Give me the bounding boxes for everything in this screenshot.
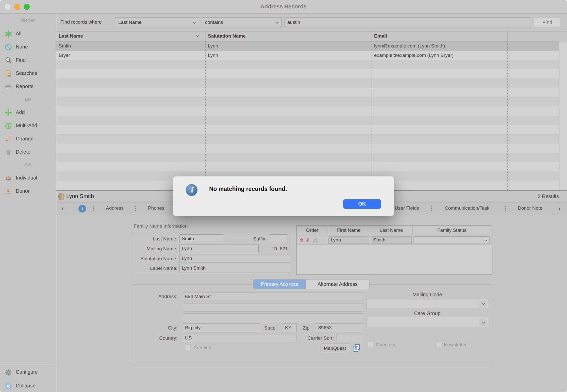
address-line2-field[interactable] <box>183 303 363 312</box>
tab-communication-task[interactable]: Communication/Task <box>445 205 489 211</box>
family-fieldset: Last Name: Suffix: Mailing Name: ID: 621… <box>132 232 289 274</box>
search-query-input[interactable] <box>285 17 531 27</box>
care-group-select[interactable] <box>366 318 488 327</box>
record-name: Lynn Smith <box>66 193 94 200</box>
tab-alternate-address[interactable]: Alternate Address <box>306 280 369 289</box>
multi-add-icon <box>5 122 12 130</box>
record-id: ID: 621 <box>268 246 288 252</box>
address-line3-field[interactable] <box>183 313 363 322</box>
results-table: Smith Lynn lynn@example.com (Lynn Smith)… <box>56 41 567 190</box>
city-field[interactable] <box>183 323 260 332</box>
sidebar-item-delete[interactable]: Delete <box>0 147 56 158</box>
certified-checkbox[interactable] <box>185 345 191 350</box>
plus-icon <box>5 109 12 117</box>
country-label: Country: <box>134 335 177 341</box>
sidebar-item-add[interactable]: Add <box>0 107 56 118</box>
country-field[interactable] <box>183 334 296 342</box>
directory-checkbox[interactable] <box>368 341 373 347</box>
mapquest-button[interactable]: MapQuest <box>321 343 349 353</box>
asterisk-icon <box>5 30 12 38</box>
sidebar-item-configure[interactable]: Configure <box>0 367 56 378</box>
tab-phones[interactable]: Phones <box>148 205 164 211</box>
member-first-name[interactable]: Lynn <box>328 236 369 244</box>
tab-address[interactable]: Address <box>106 205 124 211</box>
suffix-field[interactable] <box>269 234 288 243</box>
column-header-salutation[interactable]: Salutation Name <box>208 33 246 39</box>
certified-label: Certified <box>193 345 211 351</box>
salutation-name-field[interactable] <box>179 254 289 263</box>
chevron-down-icon[interactable] <box>480 319 487 326</box>
sidebar-item-find[interactable]: Find <box>0 55 56 66</box>
sidebar-footer-divider <box>0 365 56 365</box>
newsletter-label: Newsletter <box>444 342 467 348</box>
family-members-table: Order First Name Last Name Family Status… <box>296 225 492 275</box>
copy-pages-icon[interactable] <box>352 344 361 353</box>
sidebar-item-donor[interactable]: Donor <box>0 186 56 197</box>
tab-user-fields[interactable]: User Fields <box>395 205 419 211</box>
tab-drag-dots: ⋮ <box>91 205 96 212</box>
last-name-field[interactable] <box>179 234 224 243</box>
tab-primary-address[interactable]: Primary Address <box>253 280 306 289</box>
column-header-email[interactable]: Email <box>374 33 387 39</box>
results-count: 2 Results <box>538 193 559 199</box>
sidebar-item-all[interactable]: All <box>0 28 56 40</box>
tab-drag-dots: ⋮ <box>429 205 434 212</box>
column-header-last-name[interactable]: Last Name <box>59 33 83 39</box>
newsletter-checkbox[interactable] <box>436 341 441 347</box>
sidebar-item-none[interactable]: None <box>0 42 56 53</box>
tabs-scroll-left-icon[interactable]: ‹ <box>62 205 64 213</box>
results-header: Last Name Salutation Name Email <box>56 31 567 41</box>
table-row-selected[interactable]: Smith Lynn lynn@example.com (Lynn Smith) <box>56 41 559 51</box>
chevron-down-icon[interactable] <box>480 300 487 307</box>
move-up-icon[interactable] <box>299 237 304 243</box>
zip-field[interactable] <box>316 323 363 332</box>
label-name-field[interactable] <box>179 264 289 272</box>
collapse-chevrons-icon <box>5 382 12 390</box>
sidebar-section-do: DO <box>0 97 56 102</box>
address-line1-field[interactable] <box>183 292 363 301</box>
find-button[interactable]: Find <box>534 18 561 27</box>
window-title: Address Records <box>0 3 567 10</box>
mailing-name-field[interactable] <box>179 244 259 253</box>
members-header-last-name: Last Name <box>370 227 412 233</box>
member-row[interactable]: Lynn Smith <box>297 235 492 245</box>
trash-icon <box>5 149 12 156</box>
info-icon: i <box>186 184 197 196</box>
magnifier-icon <box>5 57 12 64</box>
chevron-down-icon <box>275 20 279 24</box>
carrier-sort-field[interactable] <box>337 334 363 342</box>
state-field[interactable] <box>283 323 297 332</box>
members-header-order: Order <box>297 227 328 233</box>
sidebar-item-searches[interactable]: Searches <box>0 68 56 79</box>
sort-chevron-icon[interactable] <box>196 33 200 37</box>
member-last-name[interactable]: Smith <box>371 236 412 244</box>
sidebar-item-collapse[interactable]: Collapse <box>0 381 56 392</box>
mailing-name-label: Mailing Name: <box>134 246 177 252</box>
search-field-select[interactable]: Last Name <box>115 17 199 27</box>
tabs-scroll-right-icon[interactable]: › <box>558 205 561 213</box>
mailing-code-select[interactable] <box>366 299 488 308</box>
sidebar-item-change[interactable]: Change <box>0 134 56 145</box>
circle-slash-icon <box>5 43 12 51</box>
move-down-icon[interactable] <box>305 237 310 243</box>
members-header-first-name: First Name <box>328 227 370 233</box>
zip-label: Zip <box>303 325 312 331</box>
search-operator-select[interactable]: contains <box>202 17 282 27</box>
sidebar-section-show: SHOW <box>0 18 56 23</box>
sidebar-item-individual[interactable]: Individual <box>0 173 56 184</box>
search-label: Find records where <box>60 19 102 25</box>
sidebar-item-multi-add[interactable]: Multi-Add <box>0 120 56 132</box>
city-label: City: <box>134 325 177 331</box>
tab-donor-note[interactable]: Donor Note <box>518 205 542 211</box>
sidebar-item-reports[interactable]: Reports <box>0 81 56 92</box>
care-group-label: Care Group <box>366 311 488 316</box>
table-row[interactable]: Bryer Lynn example@example.com (Lynn Bry… <box>56 51 559 60</box>
alert-dialog: i No matching records found. OK <box>173 176 394 216</box>
tab-info-icon[interactable]: i <box>78 205 86 213</box>
scissors-icon[interactable] <box>312 237 318 243</box>
scrollbar-track[interactable] <box>560 41 567 190</box>
family-status-select[interactable] <box>413 236 490 244</box>
ok-button[interactable]: OK <box>343 199 381 209</box>
family-section-title: Family Name Information <box>134 223 188 229</box>
tab-drag-dots: ⋮ <box>133 205 138 212</box>
